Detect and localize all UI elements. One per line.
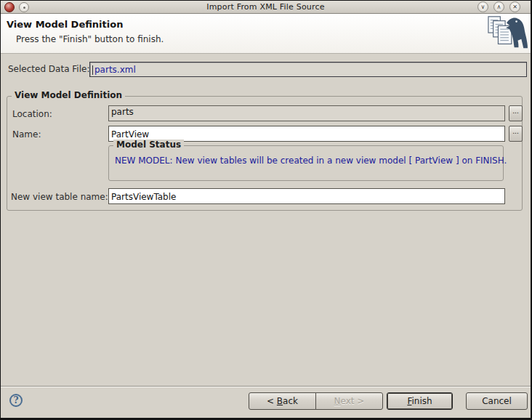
close-icon: ✕ (512, 4, 517, 10)
next-label-post: ext > (341, 396, 365, 406)
name-label: Name: (12, 129, 41, 140)
import-wizard-window: Import From XML File Source ∨ ∧ ✕ View M… (0, 0, 532, 420)
back-label-post: ack (283, 396, 298, 406)
chevron-up-icon: ∧ (497, 4, 501, 10)
location-field[interactable]: parts (108, 105, 505, 121)
new-view-table-name-input[interactable] (108, 188, 505, 204)
window-shade-button[interactable]: ∨ (477, 1, 488, 12)
back-label-mnemonic: B (277, 396, 283, 406)
model-status-message: NEW MODEL: New view tables will be creat… (115, 156, 507, 166)
documents-dinosaur-icon (487, 15, 528, 54)
page-subtitle: Press the "Finish" button to finish. (16, 34, 164, 44)
back-button[interactable]: < Back (249, 392, 316, 410)
cancel-button[interactable]: Cancel (466, 392, 528, 410)
wizard-banner: View Model Definition Press the "Finish"… (1, 14, 531, 54)
window-close-button[interactable]: ✕ (509, 1, 520, 12)
next-label-mnemonic: N (334, 396, 341, 406)
help-icon: ? (13, 395, 18, 405)
selected-data-file-label: Selected Data File: (8, 64, 89, 74)
text-caret (92, 65, 93, 75)
back-label-pre: < (267, 396, 277, 406)
help-button[interactable]: ? (9, 394, 23, 407)
window-title: Import From XML File Source (1, 2, 531, 12)
name-browse-button[interactable]: ... (509, 126, 523, 142)
location-label: Location: (12, 109, 52, 119)
selected-data-file-value: parts.xml (94, 65, 136, 75)
new-view-table-name-label: New view table name: (11, 192, 108, 202)
titlebar: Import From XML File Source ∨ ∧ ✕ (1, 1, 531, 14)
chevron-down-icon: ∨ (481, 4, 485, 10)
next-button[interactable]: Next > (315, 392, 383, 410)
page-title: View Model Definition (7, 19, 123, 30)
cancel-label: Cancel (482, 396, 512, 406)
finish-button[interactable]: Finish (387, 392, 453, 410)
selected-data-file-field[interactable]: parts.xml (89, 62, 527, 77)
model-status-title: Model Status (113, 140, 184, 150)
model-status-group: Model Status NEW MODEL: New view tables … (108, 145, 504, 181)
footer-separator (1, 386, 531, 387)
location-browse-button[interactable]: ... (509, 105, 523, 121)
finish-label-post: inish (411, 396, 432, 406)
view-model-definition-group-title: View Model Definition (12, 90, 125, 100)
location-value: parts (111, 107, 134, 117)
window-maximize-button[interactable]: ∧ (493, 1, 504, 12)
